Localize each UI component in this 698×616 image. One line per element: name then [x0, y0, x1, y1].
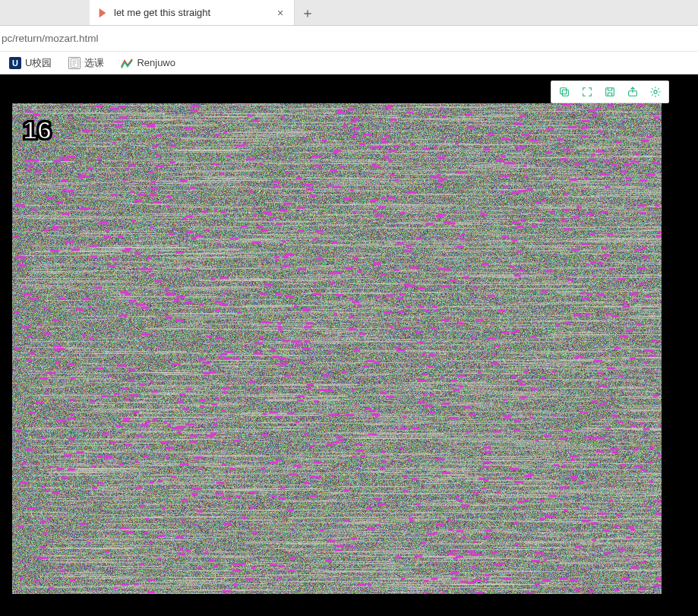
bookmark-renjuwo[interactable]: Renjuwo: [118, 55, 178, 71]
svg-marker-0: [99, 8, 106, 17]
tab-title: let me get this straight: [114, 7, 268, 18]
save-icon[interactable]: [599, 81, 621, 103]
svg-point-6: [654, 90, 657, 93]
sketch-canvas[interactable]: [12, 103, 662, 594]
bookmark-label: 选课: [84, 56, 104, 70]
tab-strip: let me get this straight × ＋: [0, 0, 698, 26]
url-text: pc/return/mozart.html: [0, 30, 693, 47]
p5-favicon: [97, 8, 108, 18]
bookmarks-bar: U U校园 选课 Renjuwo: [0, 52, 698, 74]
copy-icon[interactable]: [553, 81, 576, 103]
fullscreen-icon[interactable]: [576, 81, 599, 103]
bookmark-ucampus[interactable]: U U校园: [6, 55, 55, 71]
address-bar[interactable]: pc/return/mozart.html: [0, 26, 698, 52]
browser-tab[interactable]: let me get this straight ×: [90, 0, 295, 25]
close-tab-button[interactable]: ×: [274, 7, 286, 19]
sketch-canvas-wrap: [12, 103, 662, 594]
ucampus-icon: U: [9, 57, 21, 69]
page-viewport: 16: [0, 74, 698, 616]
svg-rect-4: [606, 88, 614, 96]
svg-rect-2: [562, 90, 568, 96]
bookmark-label: U校园: [25, 56, 52, 70]
document-icon: [68, 57, 81, 69]
bookmark-xuanke[interactable]: 选课: [65, 55, 107, 71]
svg-rect-3: [561, 88, 567, 94]
bookmark-label: Renjuwo: [137, 57, 175, 68]
renjuwo-icon: [121, 57, 133, 69]
gear-icon[interactable]: [644, 81, 667, 103]
canvas-toolbar: [551, 81, 669, 103]
new-tab-button[interactable]: ＋: [295, 0, 321, 25]
share-icon[interactable]: [621, 81, 644, 103]
